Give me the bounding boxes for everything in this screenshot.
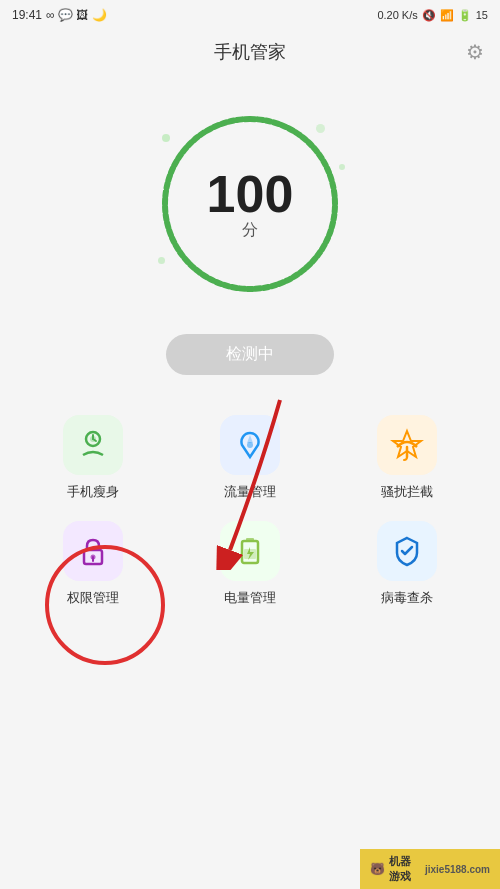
dot-3 xyxy=(158,257,165,264)
app-header: 手机管家 ⚙ xyxy=(0,30,500,74)
dot-4 xyxy=(316,124,325,133)
feature-slim[interactable]: 手机瘦身 xyxy=(20,415,167,501)
watermark: 🐻 机器游戏 jixie5188.com xyxy=(360,849,500,889)
dot-2 xyxy=(339,164,345,170)
status-bar: 19:41 ∞ 💬 🖼 🌙 0.20 K/s 🔇 📶 🔋 15 xyxy=(0,0,500,30)
battery-value: 15 xyxy=(476,9,488,21)
slim-label: 手机瘦身 xyxy=(67,483,119,501)
detect-button[interactable]: 检测中 xyxy=(166,334,334,375)
permission-label: 权限管理 xyxy=(67,589,119,607)
main-content: 100分 检测中 手机瘦身 xyxy=(0,74,500,617)
feature-traffic[interactable]: 流量管理 xyxy=(177,415,324,501)
feature-virus-icon-wrap xyxy=(377,521,437,581)
svg-rect-12 xyxy=(246,538,254,542)
feature-harass[interactable]: 骚扰拦截 xyxy=(333,415,480,501)
virus-label: 病毒查杀 xyxy=(381,589,433,607)
feature-traffic-icon-wrap xyxy=(220,415,280,475)
watermark-text: 机器游戏 xyxy=(389,854,421,884)
feature-power-icon-wrap xyxy=(220,521,280,581)
feature-power[interactable]: 电量管理 xyxy=(177,521,324,607)
battery-icon: 🔋 xyxy=(458,9,472,22)
score-value: 100分 xyxy=(200,168,300,241)
status-left: 19:41 ∞ 💬 🖼 🌙 xyxy=(12,8,107,22)
mute-icon: 🔇 xyxy=(422,9,436,22)
status-time: 19:41 xyxy=(12,8,42,22)
traffic-icon xyxy=(232,427,268,463)
power-icon xyxy=(232,533,268,569)
feature-harass-icon-wrap xyxy=(377,415,437,475)
features-grid: 手机瘦身 流量管理 xyxy=(0,415,500,607)
harass-icon xyxy=(389,427,425,463)
slim-icon xyxy=(75,427,111,463)
score-center: 100分 xyxy=(200,168,300,241)
feature-permission[interactable]: 权限管理 xyxy=(20,521,167,607)
feature-virus[interactable]: 病毒查杀 xyxy=(333,521,480,607)
feature-slim-icon-wrap xyxy=(63,415,123,475)
harass-label: 骚扰拦截 xyxy=(381,483,433,501)
permission-icon xyxy=(75,533,111,569)
network-speed: 0.20 K/s xyxy=(377,9,417,21)
status-icons: ∞ 💬 🖼 🌙 xyxy=(46,8,107,22)
page-title: 手机管家 xyxy=(214,40,286,64)
feature-permission-icon-wrap xyxy=(63,521,123,581)
signal-icon: 📶 xyxy=(440,9,454,22)
watermark-logo: 🐻 xyxy=(370,862,385,876)
score-container: 100分 xyxy=(150,104,350,304)
status-right: 0.20 K/s 🔇 📶 🔋 15 xyxy=(377,9,488,22)
power-label: 电量管理 xyxy=(224,589,276,607)
watermark-url: jixie5188.com xyxy=(425,864,490,875)
dot-1 xyxy=(162,134,170,142)
virus-icon xyxy=(389,533,425,569)
settings-icon[interactable]: ⚙ xyxy=(466,40,484,64)
traffic-label: 流量管理 xyxy=(224,483,276,501)
